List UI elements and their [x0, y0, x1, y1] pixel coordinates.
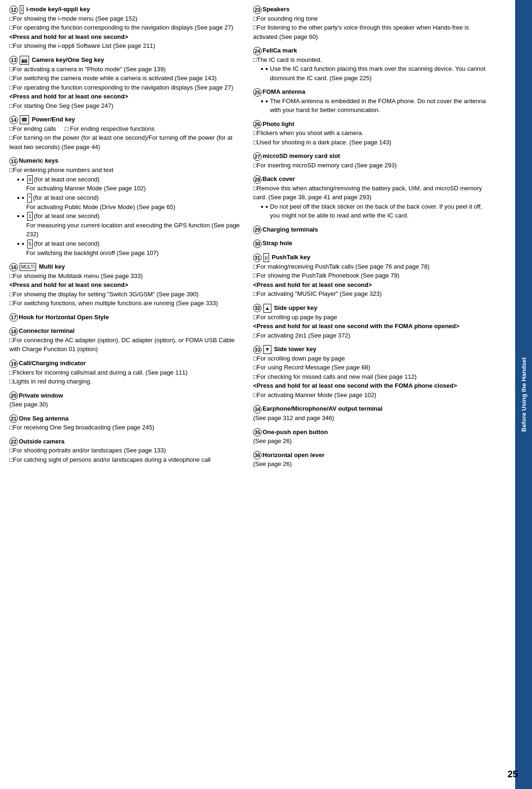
title-36: Horizontal open lever: [262, 451, 324, 458]
title-34: Earphone/Microphone/AV output terminal: [262, 405, 382, 412]
sidebar-tab: Before Using the Handset: [515, 0, 532, 789]
bullet-5: ● 5(for at least one second)For switchin…: [9, 239, 244, 257]
num-33: 33: [253, 346, 262, 354]
section-29: 29Charging terminals: [253, 225, 487, 234]
num-34: 34: [253, 405, 262, 413]
title-18: Connector terminal: [19, 327, 75, 334]
title-29: Charging terminals: [262, 226, 318, 233]
num-36: 36: [253, 451, 262, 459]
section-15: 15Numeric keys □For entering phone numbe…: [9, 156, 244, 257]
title-35: One-push open button: [262, 428, 328, 436]
camera-icon: 📷: [20, 56, 29, 65]
section-30: 30Strap hole: [253, 239, 487, 248]
title-19: Call/Charging indicator: [19, 360, 86, 367]
section-34: 34Earphone/Microphone/AV output terminal…: [253, 404, 487, 422]
section-21: 21One Seg antenna □For receiving One Seg…: [9, 414, 244, 432]
num-27: 27: [253, 152, 262, 161]
num-23: 23: [253, 6, 262, 14]
title-27: microSD memory card slot: [262, 152, 340, 159]
multi-icon: MULTI: [20, 263, 36, 271]
section-22: 22Outside camera □For shooting portraits…: [9, 437, 244, 465]
power-icon: ☎: [20, 115, 29, 124]
sidebar-label: Before Using the Handset: [520, 357, 527, 432]
title-25: FOMA antenna: [262, 88, 305, 95]
section-14: 14☎ Power/End key □For ending calls □ Fo…: [9, 115, 244, 151]
section-23: 23Speakers □For sounding ring tone □For …: [253, 5, 487, 41]
num-25: 25: [253, 88, 262, 97]
title-26: Photo light: [262, 120, 294, 128]
title-28: Back cover: [262, 175, 295, 182]
section-25: 25FOMA antenna ● The FOMA antenna is emb…: [253, 87, 487, 115]
down-arrow-icon: ▼: [263, 345, 271, 354]
section-33: 33▼ Side lower key □For scrolling down p…: [253, 345, 487, 399]
num-32: 32: [253, 304, 262, 312]
num-28: 28: [253, 175, 262, 184]
section-26: 26Photo light □Flickers when you shoot w…: [253, 120, 487, 147]
title-30: Strap hole: [262, 240, 292, 247]
section-17: 17Hook for Horizontal Open Style: [9, 313, 244, 322]
num-15: 15: [9, 157, 18, 165]
section-32: 32▲ Side upper key □For scrolling up pag…: [253, 303, 487, 340]
bullet-foma-antenna: ● The FOMA antenna is embedded in the FO…: [253, 97, 487, 115]
section-28: 28Back cover □Remove this when attaching…: [253, 174, 487, 220]
num-18: 18: [9, 327, 18, 336]
page-wrapper: 12i i-mode key/i-αppli key □For showing …: [0, 0, 532, 789]
title-31: PushTalk key: [272, 254, 310, 261]
num-14: 14: [9, 116, 18, 124]
section-31: 31p PushTalk key □For making/receiving P…: [253, 253, 487, 299]
section-35: 35One-push open button (See page 26): [253, 428, 487, 446]
title-32: Side upper key: [274, 304, 317, 311]
num-24: 24: [253, 47, 262, 55]
page-number: 25: [508, 769, 518, 780]
bullet-back-cover: ● Do not peel off the black sticker on t…: [253, 202, 487, 220]
title-17: Hook for Horizontal Open Style: [19, 314, 109, 321]
section-16: 16MULTI Multi key □For showing the Multi…: [9, 262, 244, 308]
bullet-1: ● 1(for at least one second)For measurin…: [9, 211, 244, 239]
title-13: Camera key/One Seg key: [32, 56, 105, 63]
num-17: 17: [9, 313, 18, 322]
num-16: 16: [9, 263, 18, 271]
title-20: Private window: [19, 392, 63, 399]
section-12: 12i i-mode key/i-αppli key □For showing …: [9, 5, 244, 51]
title-33: Side lower key: [274, 346, 316, 353]
bullet-star: ● *(for at least one second)For activati…: [9, 193, 244, 211]
pushtalk-icon: p: [263, 253, 269, 262]
bullet-hash: ● #(for at least one second)For activati…: [9, 175, 244, 193]
section-13: 13📷 Camera key/One Seg key □For activati…: [9, 55, 244, 110]
num-31: 31: [253, 254, 262, 262]
num-13: 13: [9, 56, 18, 64]
up-arrow-icon: ▲: [263, 304, 271, 313]
title-16: Multi key: [39, 263, 65, 270]
num-30: 30: [253, 240, 262, 248]
num-26: 26: [253, 120, 262, 128]
right-column: 23Speakers □For sounding ring tone □For …: [253, 5, 487, 780]
section-20: 20Private window (See page 30): [9, 391, 244, 409]
section-27: 27microSD memory card slot □For insertin…: [253, 151, 487, 170]
num-21: 21: [9, 414, 18, 423]
left-column: 12i i-mode key/i-αppli key □For showing …: [9, 5, 244, 780]
imode-icon: i: [20, 5, 23, 14]
title-23: Speakers: [262, 6, 290, 13]
section-24: 24FeliCa mark □The IC card is mounted. ●…: [253, 46, 487, 83]
title-12: i-mode key/i-αppli key: [26, 6, 90, 13]
num-22: 22: [9, 437, 18, 446]
num-19: 19: [9, 360, 18, 368]
section-36: 36Horizontal open lever (See page 26): [253, 451, 487, 469]
bullet-felica: ● Use the IC card function placing this …: [253, 64, 487, 83]
section-18: 18Connector terminal □For connecting the…: [9, 326, 244, 354]
title-22: Outside camera: [19, 438, 65, 445]
title-21: One Seg antenna: [19, 415, 68, 422]
title-14: Power/End key: [32, 116, 75, 123]
title-15: Numeric keys: [19, 157, 59, 164]
num-20: 20: [9, 391, 18, 400]
num-29: 29: [253, 225, 262, 234]
num-12: 12: [9, 6, 18, 14]
section-19: 19Call/Charging indicator □Flickers for …: [9, 359, 244, 386]
title-24: FeliCa mark: [262, 47, 297, 54]
num-35: 35: [253, 428, 262, 436]
